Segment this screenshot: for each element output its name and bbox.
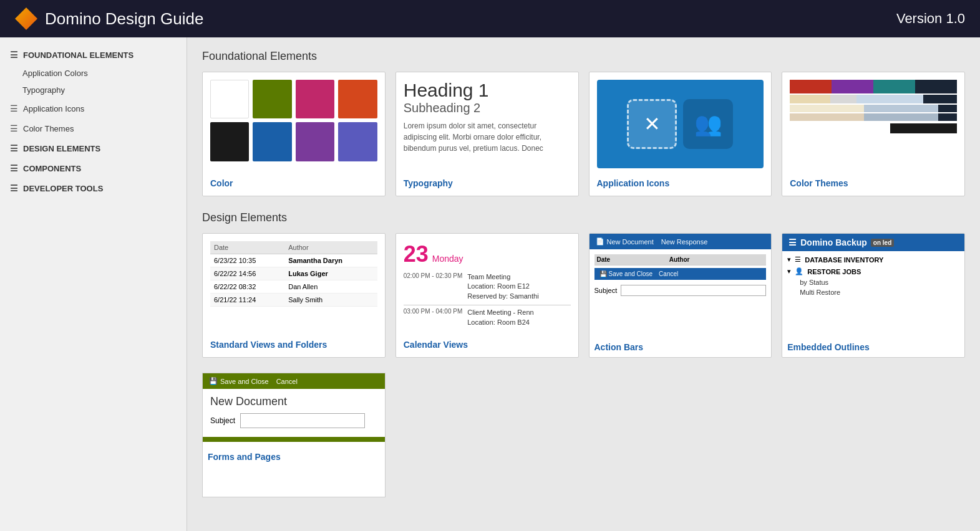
new-document-btn[interactable]: 📄 New Document (596, 237, 654, 246)
theme-swatch-beige (790, 95, 830, 103)
forms-link[interactable]: Forms and Pages (208, 452, 380, 462)
forms-bottom-bar (203, 437, 385, 442)
calendar-event-1: 02:00 PM - 02:30 PM Team MeetingLocation… (404, 272, 571, 301)
typo-link[interactable]: Typography (404, 178, 571, 188)
theme-black-bar (890, 123, 957, 133)
save-icon: 💾 (599, 270, 607, 277)
calendar-link[interactable]: Calendar Views (404, 340, 571, 350)
outline-badge: on led (871, 239, 894, 247)
hamburger-icon-4: ☰ (10, 143, 18, 153)
forms-action-bar: 💾 Save and Close Cancel (203, 373, 385, 389)
forms-cancel-label: Cancel (276, 378, 298, 385)
outline-list-icon: ☰ (788, 237, 797, 247)
table-row: 6/22/22 08:32 Dan Allen (210, 280, 377, 294)
design-title: Design Elements (202, 211, 965, 224)
row-author: Lukas Giger (284, 267, 377, 280)
outline-sub-status[interactable]: by Status (782, 277, 964, 287)
sidebar-section-design-label: DESIGN ELEMENTS (23, 144, 100, 153)
outline-header: ☰ Domino Backup on led (782, 234, 964, 251)
new-doc-label: New Document (607, 238, 654, 246)
typo-heading1: Heading 1 (404, 80, 571, 101)
views-header-date: Date (210, 241, 284, 254)
action-bars-card: 📄 New Document New Response Date (589, 233, 772, 358)
cross-icon: ✕ (644, 112, 661, 136)
app-logo (15, 7, 37, 30)
swatch-blue (253, 122, 291, 161)
outline-user-icon: 👤 (795, 267, 803, 275)
sidebar-section-design[interactable]: ☰ DESIGN ELEMENTS (0, 138, 187, 158)
new-response-btn[interactable]: New Response (661, 238, 708, 246)
theme-swatch-slate (864, 113, 938, 121)
color-link[interactable]: Color (210, 178, 377, 188)
row-date: 6/21/22 11:24 (210, 294, 284, 307)
hamburger-icon: ☰ (10, 50, 18, 60)
design-cards: Date Author 6/23/22 10:35 Samantha Daryn… (202, 233, 965, 358)
forms-save-label: Save and Close (220, 378, 269, 385)
table-row: 6/21/22 11:24 Sally Smith (210, 294, 377, 307)
typo-heading2: Subheading 2 (404, 101, 571, 115)
ab-cancel-btn[interactable]: Cancel (659, 270, 678, 277)
sidebar-item-app-icons[interactable]: ☰ Application Icons (0, 98, 187, 118)
app-version: Version 1.0 (896, 11, 965, 27)
people-icon: 👥 (694, 111, 722, 137)
new-response-label: New Response (661, 238, 708, 246)
sidebar-item-themes-label: Color Themes (23, 124, 74, 133)
foundational-cards: Color Heading 1 Subheading 2 Lorem ipsum… (202, 72, 965, 196)
forms-cancel-btn[interactable]: Cancel (276, 378, 298, 385)
app-title: Domino Design Guide (45, 9, 203, 29)
theme-swatch-cream (790, 105, 864, 112)
ab-header-author: Author (667, 254, 767, 266)
main-content: Foundational Elements Color (187, 37, 980, 531)
views-link[interactable]: Standard Views and Folders (210, 340, 377, 350)
forms-subject-input[interactable] (240, 413, 365, 428)
sidebar-section-components[interactable]: ☰ COMPONENTS (0, 158, 187, 178)
theme-swatch-dark3 (938, 105, 957, 112)
sidebar-item-color-themes[interactable]: ☰ Color Themes (0, 118, 187, 138)
outline-item-restore[interactable]: ▾ 👤 RESTORE JOBS (782, 266, 964, 277)
sidebar-item-app-colors[interactable]: Application Colors (0, 65, 187, 82)
sidebar: ☰ FOUNDATIONAL ELEMENTS Application Colo… (0, 37, 187, 531)
outline-db-label: DATABASE INVENTORY (805, 256, 883, 264)
sidebar-section-label: FOUNDATIONAL ELEMENTS (23, 50, 133, 60)
ab-subject-input[interactable] (621, 285, 766, 296)
calendar-card: 23 Monday 02:00 PM - 02:30 PM Team Meeti… (395, 233, 579, 358)
calendar-header: 23 Monday (404, 241, 571, 267)
icon-dashed-box: ✕ (627, 99, 677, 149)
row-date: 6/23/22 10:35 (210, 254, 284, 267)
table-row: 6/23/22 10:35 Samantha Daryn (210, 254, 377, 267)
swatch-black (210, 122, 249, 161)
forms-row: 💾 Save and Close Cancel New Document Sub… (202, 373, 965, 497)
sidebar-item-typography[interactable]: Typography (0, 82, 187, 98)
sidebar-section-foundational[interactable]: ☰ FOUNDATIONAL ELEMENTS (0, 45, 187, 65)
themes-link[interactable]: Color Themes (790, 178, 957, 188)
sidebar-section-developer-label: DEVELOPER TOOLS (23, 184, 103, 193)
outlines-link[interactable]: Embedded Outlines (782, 342, 964, 357)
theme-swatch-tan (790, 113, 864, 121)
action-bar-top: 📄 New Document New Response (589, 234, 772, 249)
ab-subject-label: Subject (594, 287, 618, 294)
actionbars-link[interactable]: Action Bars (589, 342, 772, 357)
chevron-down-icon: ▾ (787, 256, 791, 264)
ab-header-date: Date (594, 254, 667, 266)
theme-swatch-dark4 (938, 113, 957, 121)
cal-desc-1: Team MeetingLocation: Room E12Reserved b… (467, 272, 538, 301)
outline-restore-label: RESTORE JOBS (807, 268, 861, 275)
ab-save-btn[interactable]: 💾 Save and Close (599, 270, 653, 277)
ab-save-bar: 💾 Save and Close Cancel (594, 268, 767, 280)
forms-save-btn[interactable]: 💾 Save and Close (209, 377, 269, 385)
forms-subject-row: Subject (203, 411, 385, 431)
outline-item-db[interactable]: ▾ ☰ DATABASE INVENTORY (782, 254, 964, 266)
ab-cancel-label: Cancel (659, 270, 678, 277)
app-header: Domino Design Guide Version 1.0 (0, 0, 980, 37)
row-date: 6/22/22 08:32 (210, 280, 284, 294)
views-header-author: Author (284, 241, 377, 254)
themes-display (790, 80, 957, 168)
chevron-down-icon-2: ▾ (787, 267, 791, 275)
icons-link[interactable]: Application Icons (597, 178, 764, 188)
swatch-purple (296, 122, 334, 161)
views-card: Date Author 6/23/22 10:35 Samantha Daryn… (202, 233, 386, 358)
hamburger-icon-2: ☰ (10, 103, 18, 113)
outline-sub-multi[interactable]: Multi Restore (782, 287, 964, 297)
sidebar-section-developer[interactable]: ☰ DEVELOPER TOOLS (0, 178, 187, 198)
row-author: Samantha Daryn (284, 254, 377, 267)
